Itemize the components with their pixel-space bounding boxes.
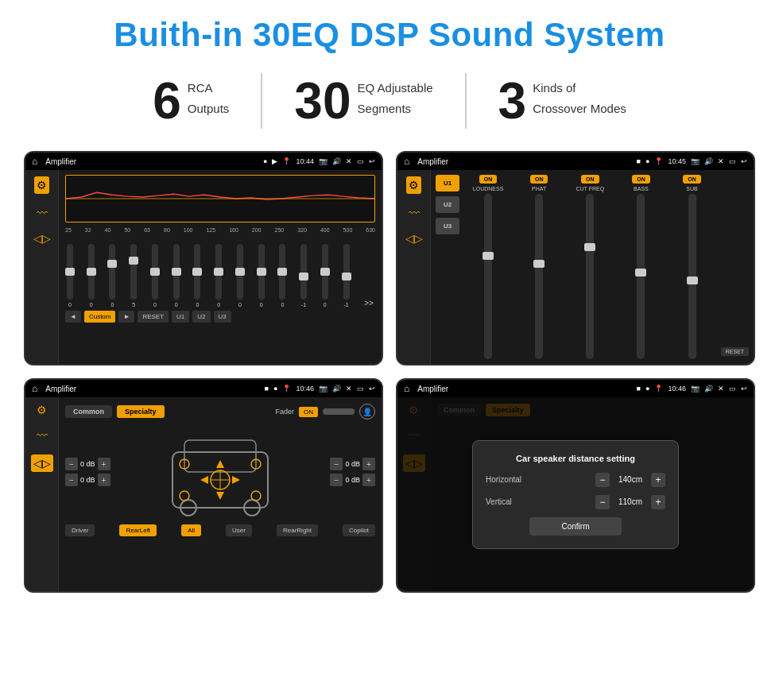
play-icon-1: ▶ — [272, 157, 277, 165]
eq-icon-3[interactable]: ⚙ — [37, 404, 47, 416]
screen-amp: ⌂ Amplifier ■ ● 📍 10:45 📷 🔊 ✕ ▭ ↩ ⚙ 〰 ◁▷ — [396, 151, 755, 365]
wave-icon-2[interactable]: 〰 — [409, 207, 420, 219]
amp-main-content: U1 U2 U3 ON LOUDNESS ON PHAT — [431, 170, 754, 364]
right-speakers: − 0 dB + − 0 dB + — [330, 458, 375, 486]
cutfreq-toggle[interactable]: ON — [581, 175, 599, 184]
rr-plus[interactable]: + — [362, 474, 375, 486]
expand-icon[interactable]: >> — [364, 299, 374, 307]
slider-13: 0 — [322, 244, 328, 307]
sub-name: SUB — [686, 186, 697, 191]
bass-channel: ON BASS — [617, 175, 665, 359]
camera-icon-4: 📷 — [691, 385, 700, 393]
x-icon-1: ✕ — [346, 157, 352, 165]
time-1: 10:44 — [296, 157, 314, 165]
back-icon-4[interactable]: ↩ — [741, 385, 747, 393]
dialog-overlay: Car speaker distance setting Horizontal … — [397, 397, 754, 591]
rearleft-btn[interactable]: RearLeft — [119, 524, 157, 536]
slider-9: 0 — [237, 244, 243, 307]
eq-icon-2[interactable]: ⚙ — [406, 176, 421, 194]
next-preset-btn[interactable]: ► — [118, 311, 134, 323]
prev-preset-btn[interactable]: ◄ — [65, 311, 81, 323]
vertical-minus[interactable]: − — [595, 495, 610, 509]
horizontal-value: 140cm — [614, 475, 646, 484]
band-400: 400 — [320, 227, 330, 233]
cutfreq-name: CUT FREQ — [576, 186, 604, 191]
sidebar-2: ⚙ 〰 ◁▷ — [397, 170, 431, 364]
phat-toggle[interactable]: ON — [530, 175, 548, 184]
distance-dialog: Car speaker distance setting Horizontal … — [472, 440, 679, 549]
rr-minus[interactable]: − — [330, 474, 343, 486]
speaker-icon-3[interactable]: ◁▷ — [31, 454, 53, 472]
reset-btn-1[interactable]: RESET — [138, 311, 169, 323]
fr-plus[interactable]: + — [362, 458, 375, 470]
band-80: 80 — [164, 227, 170, 233]
specialty-tab[interactable]: Specialty — [117, 405, 165, 418]
copilot-btn[interactable]: Copilot — [343, 524, 375, 536]
user-btn[interactable]: User — [226, 524, 252, 536]
u3-btn-1[interactable]: U3 — [214, 311, 231, 323]
bass-toggle[interactable]: ON — [632, 175, 650, 184]
u2-preset-btn[interactable]: U2 — [436, 196, 459, 213]
band-63: 63 — [144, 227, 150, 233]
band-320: 320 — [297, 227, 307, 233]
u1-preset-btn[interactable]: U1 — [436, 175, 459, 191]
rl-plus[interactable]: + — [98, 474, 110, 486]
vertical-label: Vertical — [486, 497, 512, 506]
page-title: Buith-in 30EQ DSP Sound System — [24, 16, 755, 54]
camera-icon-3: 📷 — [319, 385, 327, 393]
amp-presets: U1 U2 U3 — [436, 175, 459, 359]
rear-right-row: − 0 dB + — [330, 474, 375, 486]
u1-btn-1[interactable]: U1 — [172, 311, 189, 323]
location-icon-3: 📍 — [282, 385, 291, 393]
back-icon-3[interactable]: ↩ — [369, 385, 375, 393]
u3-preset-btn[interactable]: U3 — [436, 218, 459, 234]
front-left-row: − 0 dB + — [65, 458, 110, 470]
eq-main-content: 25 32 40 50 63 80 100 125 160 200 250 32… — [59, 170, 382, 364]
fr-minus[interactable]: − — [330, 458, 343, 470]
fader-slider[interactable] — [323, 408, 355, 415]
home-icon-2[interactable]: ⌂ — [404, 156, 409, 167]
fader-toggle[interactable]: ON — [299, 407, 318, 417]
rear-left-row: − 0 dB + — [65, 474, 110, 486]
horizontal-minus[interactable]: − — [595, 473, 610, 487]
dot2-icon-2: ● — [645, 157, 649, 165]
back-icon-1[interactable]: ↩ — [369, 157, 375, 165]
common-tab[interactable]: Common — [65, 405, 112, 418]
driver-btn[interactable]: Driver — [65, 524, 95, 536]
sub-toggle[interactable]: ON — [683, 175, 701, 184]
home-icon-3[interactable]: ⌂ — [32, 383, 37, 394]
wave-icon-3[interactable]: 〰 — [37, 429, 48, 442]
rl-minus[interactable]: − — [65, 474, 78, 486]
car-diagram — [110, 424, 331, 520]
location-icon-1: 📍 — [282, 157, 291, 165]
home-icon-1[interactable]: ⌂ — [32, 156, 37, 167]
loudness-toggle[interactable]: ON — [479, 175, 498, 184]
profile-icon[interactable]: 👤 — [359, 404, 375, 420]
custom-preset-btn[interactable]: Custom — [84, 311, 116, 323]
fl-plus[interactable]: + — [98, 458, 110, 470]
u2-btn-1[interactable]: U2 — [192, 311, 210, 323]
horizontal-plus[interactable]: + — [651, 473, 665, 487]
loudness-name: LOUDNESS — [473, 186, 504, 191]
speaker-icon-1[interactable]: ◁▷ — [33, 232, 51, 245]
horizontal-row: Horizontal − 140cm + — [486, 473, 665, 487]
horizontal-label: Horizontal — [486, 475, 521, 484]
eq-icon-1[interactable]: ⚙ — [34, 176, 49, 194]
loudness-channel: ON LOUDNESS — [464, 175, 512, 359]
all-btn[interactable]: All — [181, 524, 201, 536]
back-icon-2[interactable]: ↩ — [741, 157, 747, 165]
confirm-button[interactable]: Confirm — [529, 517, 621, 536]
vertical-plus[interactable]: + — [651, 495, 665, 509]
wave-icon-1[interactable]: 〰 — [37, 207, 48, 219]
dot-icon-2: ■ — [637, 157, 641, 165]
speaker-icon-2[interactable]: ◁▷ — [405, 232, 423, 245]
amp-reset-btn[interactable]: RESET — [721, 347, 749, 356]
fl-minus[interactable]: − — [65, 458, 78, 470]
screen1-body: ⚙ 〰 ◁▷ 25 32 40 — [25, 170, 382, 364]
home-icon-4[interactable]: ⌂ — [404, 383, 409, 394]
stat-eq-number: 30 — [294, 75, 351, 126]
mode-tabs: Common Specialty — [65, 405, 165, 418]
rearright-btn[interactable]: RearRight — [277, 524, 318, 536]
band-25: 25 — [65, 227, 72, 233]
stat-crossover-label1: Kinds of — [533, 75, 626, 96]
